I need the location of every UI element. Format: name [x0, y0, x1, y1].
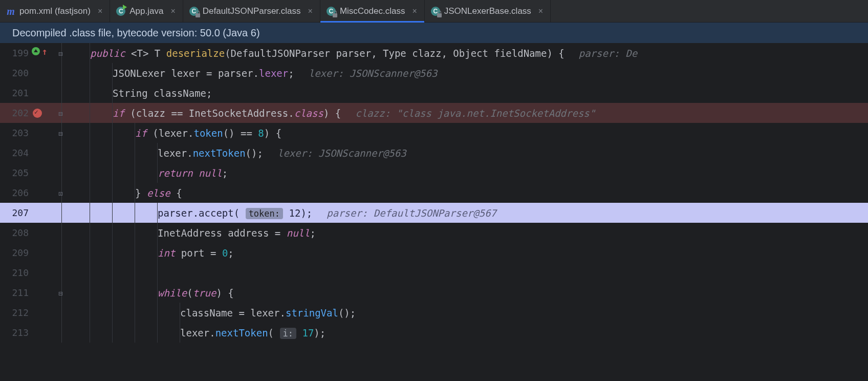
fold-column[interactable]	[58, 263, 68, 283]
gutter[interactable]: ↑	[31, 43, 58, 63]
breakpoint-icon[interactable]	[33, 109, 42, 118]
banner-text: Decompiled .class file, bytecode version…	[12, 27, 260, 39]
gutter[interactable]	[31, 183, 58, 203]
code-text: InetAddress address = null;	[158, 227, 316, 239]
code-text: return null;	[158, 167, 228, 179]
code-line[interactable]: 208 InetAddress address = null;	[0, 223, 868, 243]
code-line[interactable]: 209 int port = 0;	[0, 243, 868, 263]
code-line[interactable]: 199 ↑ ⊟ public <T> T deserialze(DefaultJ…	[0, 43, 868, 63]
fold-icon[interactable]: ⊟	[58, 289, 66, 297]
code-text: JSONLexer lexer = parser.lexer;	[113, 68, 294, 79]
line-number: 213	[0, 327, 31, 338]
fold-column[interactable]: ⊟	[58, 123, 68, 143]
fold-column[interactable]	[58, 323, 68, 343]
close-icon[interactable]: ×	[412, 7, 417, 16]
fold-column[interactable]	[58, 303, 68, 323]
code-line[interactable]: 212 className = lexer.stringVal();	[0, 303, 868, 323]
code-line[interactable]: 213 lexer.nextToken( i: 17);	[0, 323, 868, 343]
gutter[interactable]	[31, 123, 58, 143]
fold-icon[interactable]: ⊟	[58, 110, 66, 117]
code-text: lexer.nextToken();	[158, 147, 263, 159]
override-icon[interactable]	[32, 47, 40, 55]
code-line[interactable]: 210	[0, 263, 868, 283]
up-arrow-icon[interactable]: ↑	[42, 46, 48, 57]
line-number: 208	[0, 227, 31, 238]
fold-column[interactable]	[58, 83, 68, 103]
gutter[interactable]	[31, 143, 58, 163]
code-line-current[interactable]: 207 parser.accept( token: 12); parser: D…	[0, 203, 868, 223]
gutter[interactable]	[31, 223, 58, 243]
line-number: 204	[0, 147, 31, 158]
line-number: 199	[0, 48, 31, 58]
code-line[interactable]: 204 lexer.nextToken(); lexer: JSONScanne…	[0, 143, 868, 163]
fold-column[interactable]	[58, 203, 68, 223]
class-lock-icon: C	[431, 7, 440, 16]
gutter[interactable]	[31, 303, 58, 323]
line-number: 210	[0, 267, 31, 278]
fold-column[interactable]	[58, 63, 68, 83]
fold-column[interactable]	[58, 143, 68, 163]
tab-app-java[interactable]: C App.java ×	[110, 0, 183, 22]
gutter[interactable]	[31, 263, 58, 283]
tab-pom-xml[interactable]: m pom.xml (fastjson) ×	[0, 0, 110, 22]
code-text: public <T> T deserialze(DefaultJSONParse…	[90, 48, 565, 59]
inline-hint: parser: DefaultJSONParser@567	[312, 207, 496, 219]
tab-label: JSONLexerBase.class	[444, 6, 531, 16]
param-hint-chip: token:	[246, 208, 283, 219]
gutter[interactable]	[31, 283, 58, 303]
gutter[interactable]	[31, 163, 58, 183]
fold-column[interactable]	[58, 163, 68, 183]
code-line[interactable]: 205 return null;	[0, 163, 868, 183]
fold-column[interactable]	[58, 243, 68, 263]
code-text: if (clazz == InetSocketAddress.class) {	[113, 108, 341, 119]
inline-hint: parser: De	[565, 48, 637, 59]
close-icon[interactable]: ×	[308, 7, 313, 16]
tab-label: App.java	[129, 6, 163, 16]
code-text: while(true) {	[158, 287, 234, 299]
tab-label: MiscCodec.class	[340, 6, 405, 16]
close-icon[interactable]: ×	[170, 7, 175, 16]
gutter[interactable]	[31, 203, 58, 223]
class-lock-icon: C	[189, 7, 199, 16]
tab-default-json-parser[interactable]: C DefaultJSONParser.class ×	[183, 0, 320, 22]
code-line[interactable]: 203 ⊟ if (lexer.token() == 8) {	[0, 123, 868, 143]
code-line[interactable]: 206 ⊡ } else {	[0, 183, 868, 203]
fold-icon[interactable]: ⊟	[58, 50, 66, 57]
editor-tabs: m pom.xml (fastjson) × C App.java × C De…	[0, 0, 868, 23]
gutter[interactable]	[31, 83, 58, 103]
tab-json-lexer-base[interactable]: C JSONLexerBase.class ×	[425, 0, 551, 22]
close-icon[interactable]: ×	[98, 7, 102, 16]
line-number: 206	[0, 187, 31, 198]
code-line[interactable]: 201 String className;	[0, 83, 868, 103]
line-number: 202	[0, 108, 31, 118]
gutter[interactable]	[31, 63, 58, 83]
fold-column[interactable]: ⊟	[58, 103, 68, 123]
gutter[interactable]	[31, 243, 58, 263]
code-editor[interactable]: 199 ↑ ⊟ public <T> T deserialze(DefaultJ…	[0, 43, 868, 381]
gutter[interactable]	[31, 103, 58, 123]
fold-icon[interactable]: ⊡	[58, 189, 66, 197]
tab-label: DefaultJSONParser.class	[203, 6, 301, 16]
fold-column[interactable]: ⊡	[58, 183, 68, 203]
fold-column[interactable]: ⊟	[58, 283, 68, 303]
gutter[interactable]	[31, 323, 58, 343]
code-line[interactable]: 200 JSONLexer lexer = parser.lexer; lexe…	[0, 63, 868, 83]
fold-column[interactable]	[58, 223, 68, 243]
tab-misc-codec[interactable]: C MiscCodec.class ×	[320, 0, 425, 22]
inline-hint: lexer: JSONScanner@563	[263, 147, 406, 159]
code-line-breakpoint[interactable]: 202 ⊟ if (clazz == InetSocketAddress.cla…	[0, 103, 868, 123]
code-text: int port = 0;	[158, 247, 234, 259]
fold-column[interactable]: ⊟	[58, 43, 68, 63]
code-text: lexer.nextToken( i: 17);	[180, 327, 326, 338]
line-number: 209	[0, 247, 31, 258]
inline-hint: lexer: JSONScanner@563	[294, 68, 438, 79]
close-icon[interactable]: ×	[538, 7, 543, 16]
tab-label: pom.xml (fastjson)	[19, 6, 91, 16]
line-number: 211	[0, 287, 31, 298]
code-text: } else {	[135, 187, 182, 199]
inline-hint: clazz: "class java.net.InetSocketAddress…	[341, 108, 595, 119]
decompiled-banner: Decompiled .class file, bytecode version…	[0, 23, 868, 43]
code-line[interactable]: 211 ⊟ while(true) {	[0, 283, 868, 303]
line-number: 205	[0, 167, 31, 178]
fold-icon[interactable]: ⊟	[58, 130, 66, 137]
